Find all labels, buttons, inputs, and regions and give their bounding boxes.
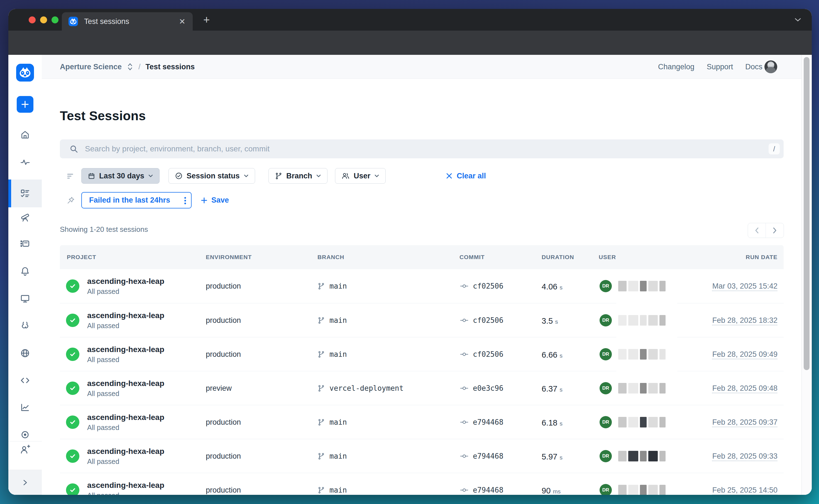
duration-cell: 6.18 s <box>542 405 563 439</box>
git-commit-icon <box>460 453 469 460</box>
user-cell: DR <box>600 269 612 303</box>
table-row[interactable]: ascending-hexa-leap All passed productio… <box>60 405 784 439</box>
sidebar-collapse-section[interactable] <box>8 470 42 495</box>
check-circle-icon <box>175 172 183 180</box>
branch-name: main <box>329 486 347 494</box>
saved-filter-button[interactable]: Failed in the last 24hrs <box>81 192 192 208</box>
browser-tab[interactable]: Test sessions ✕ <box>62 12 193 31</box>
environment-cell: production <box>206 473 241 495</box>
duration-cell: 6.66 s <box>542 337 563 371</box>
account-name[interactable]: Aperture Science <box>60 63 122 71</box>
status-passed-icon <box>66 314 79 327</box>
run-date-link[interactable]: Feb 28, 2025 09:49 <box>712 337 778 371</box>
run-date-link[interactable]: Mar 03, 2025 15:42 <box>712 269 778 303</box>
sidebar-item-dashboards[interactable] <box>8 234 42 254</box>
project-cell: ascending-hexa-leap All passed <box>87 439 164 473</box>
branch-cell: main <box>317 405 347 439</box>
run-date-link[interactable]: Feb 28, 2025 09:33 <box>712 439 778 473</box>
sidebar-item-analytics[interactable] <box>8 397 42 417</box>
commit-cell: cf02506 <box>460 337 504 371</box>
project-name: ascending-hexa-leap <box>87 379 164 388</box>
sidebar-item-home[interactable] <box>8 125 42 145</box>
clear-all-button[interactable]: Clear all <box>446 168 486 184</box>
sidebar-item-status-pages[interactable] <box>8 343 42 363</box>
date-range-label: Last 30 days <box>99 172 144 180</box>
saved-filter-menu-icon[interactable] <box>184 196 186 205</box>
date-range-filter[interactable]: Last 30 days <box>81 168 160 184</box>
project-name: ascending-hexa-leap <box>87 481 164 490</box>
status-text: All passed <box>87 356 119 364</box>
project-name: ascending-hexa-leap <box>87 345 164 354</box>
user-avatar-badge: DR <box>600 416 612 428</box>
tab-close-icon[interactable]: ✕ <box>179 17 185 26</box>
environment-cell: production <box>206 337 241 371</box>
sidebar-item-activity[interactable] <box>8 152 42 172</box>
git-commit-icon <box>460 317 469 324</box>
sidebar-item-cli[interactable] <box>8 370 42 390</box>
tab-title: Test sessions <box>84 17 179 26</box>
redacted-user-name <box>618 349 666 360</box>
git-branch-icon <box>317 486 325 494</box>
run-date-link[interactable]: Feb 28, 2025 09:37 <box>712 405 778 439</box>
user-cell: DR <box>600 337 612 371</box>
status-passed-icon <box>66 483 79 495</box>
commit-hash: cf02506 <box>473 282 504 290</box>
pagination <box>748 223 784 238</box>
sidebar-item-maintenance[interactable] <box>8 316 42 336</box>
docs-link[interactable]: Docs <box>745 63 762 71</box>
next-page-button[interactable] <box>766 223 784 238</box>
sidebar-item-monitors[interactable] <box>8 289 42 309</box>
search-input[interactable] <box>85 139 748 158</box>
minimize-window-button[interactable] <box>40 16 47 23</box>
changelog-link[interactable]: Changelog <box>658 63 695 71</box>
sidebar-item-explore[interactable] <box>8 207 42 227</box>
tab-search-chevron-icon[interactable] <box>794 17 801 22</box>
table-row[interactable]: ascending-hexa-leap All passed productio… <box>60 473 784 495</box>
commit-cell: cf02506 <box>460 303 504 337</box>
browser-window: Test sessions ✕ + app.checklyhq.com/test… <box>8 9 812 495</box>
table-row[interactable]: ascending-hexa-leap All passed productio… <box>60 439 784 473</box>
support-link[interactable]: Support <box>707 63 733 71</box>
checkly-app: Aperture Science / Test sessions Changel… <box>8 55 812 495</box>
save-label: Save <box>211 196 229 205</box>
maximize-window-button[interactable] <box>51 16 58 23</box>
git-branch-icon <box>317 419 325 426</box>
run-date-link[interactable]: Feb 25, 2025 14:50 <box>712 473 778 495</box>
scrollbar-thumb[interactable] <box>804 57 810 370</box>
save-filter-button[interactable]: Save <box>200 192 229 208</box>
git-commit-icon <box>460 385 469 392</box>
plus-icon <box>17 96 33 113</box>
sidebar-item-invite-user[interactable] <box>8 440 42 460</box>
page-scrollbar[interactable] <box>801 55 812 495</box>
sidebar-item-alerts[interactable] <box>8 261 42 281</box>
redacted-user-name <box>618 417 666 427</box>
branch-name: main <box>329 418 347 426</box>
close-window-button[interactable] <box>29 16 36 23</box>
branch-cell: main <box>317 337 347 371</box>
dashboards-icon <box>20 239 30 249</box>
previous-page-button[interactable] <box>748 223 766 238</box>
user-filter[interactable]: User <box>335 168 386 184</box>
user-avatar-badge: DR <box>600 450 612 462</box>
sidebar-item-checkly-logo[interactable] <box>8 63 42 83</box>
session-status-filter[interactable]: Session status <box>168 168 255 184</box>
branch-filter[interactable]: Branch <box>268 168 327 184</box>
new-tab-button[interactable]: + <box>203 16 210 23</box>
calendar-icon <box>88 172 95 180</box>
column-commit: COMMIT <box>460 245 485 269</box>
user-avatar[interactable] <box>764 60 777 73</box>
pin-icon[interactable] <box>67 196 75 205</box>
table-header: PROJECT ENVIRONMENT BRANCH COMMIT DURATI… <box>60 245 784 269</box>
git-branch-icon <box>317 282 325 290</box>
project-cell: ascending-hexa-leap All passed <box>87 371 164 405</box>
sidebar-item-create[interactable] <box>8 94 42 114</box>
run-date-link[interactable]: Feb 28, 2025 18:32 <box>712 303 778 337</box>
project-name: ascending-hexa-leap <box>87 277 164 286</box>
run-date-link[interactable]: Feb 28, 2025 09:48 <box>712 371 778 405</box>
search-bar[interactable]: / <box>60 139 784 158</box>
sidebar-item-test-sessions[interactable] <box>8 183 42 203</box>
add-user-icon <box>20 444 30 455</box>
header-links: Changelog Support Docs <box>658 55 762 79</box>
account-switcher-icon[interactable] <box>127 63 133 71</box>
telescope-icon <box>20 212 30 222</box>
